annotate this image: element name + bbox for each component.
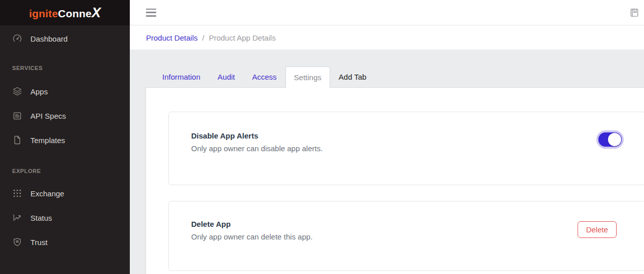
breadcrumb-link-product-details[interactable]: Product Details — [146, 33, 198, 42]
main-area: Product Details / Product App Details In… — [130, 0, 644, 274]
toggle-knob — [608, 133, 621, 146]
tab-add-tab[interactable]: Add Tab — [330, 66, 375, 87]
sidebar-item-label: Trust — [30, 238, 48, 247]
spec-document-icon — [12, 111, 22, 121]
layers-icon — [12, 86, 22, 96]
gauge-icon — [12, 33, 22, 44]
book-icon[interactable] — [628, 6, 641, 19]
tab-bar: Information Audit Access Settings Add Ta… — [154, 66, 375, 87]
tab-access[interactable]: Access — [243, 66, 285, 87]
sidebar-item-api-specs[interactable]: API Specs — [0, 104, 130, 128]
tab-audit[interactable]: Audit — [209, 66, 243, 87]
disable-app-alerts-card: Disable App Alerts Only app owner can di… — [168, 112, 644, 185]
sidebar-section-services: SERVICES — [0, 64, 130, 72]
breadcrumb: Product Details / Product App Details — [130, 25, 644, 50]
sidebar-item-status[interactable]: Status — [0, 206, 130, 230]
sidebar-item-label: Apps — [30, 87, 48, 96]
content-area: Information Audit Access Settings Add Ta… — [130, 51, 644, 274]
sidebar-section-explore: EXPLORE — [0, 167, 130, 175]
card-title: Disable App Alerts — [191, 131, 644, 140]
sidebar-nav: Dashboard SERVICES Apps API Specs — [0, 25, 130, 254]
sidebar-item-dashboard[interactable]: Dashboard — [0, 26, 130, 51]
disable-app-alerts-toggle[interactable] — [598, 132, 622, 147]
brand-logo-accent: ignite — [29, 8, 58, 19]
sidebar-item-trust[interactable]: Trust — [0, 230, 130, 254]
settings-panel: Disable App Alerts Only app owner can di… — [146, 87, 644, 274]
sidebar: igniteConneX Dashboard SERVICES Apps — [0, 0, 130, 274]
card-description: Only app owner can disable app alerts. — [191, 144, 644, 153]
grid-dots-icon — [12, 188, 22, 198]
sidebar-item-label: API Specs — [30, 112, 66, 120]
hamburger-icon[interactable] — [146, 8, 157, 18]
brand-logo: igniteConneX — [29, 5, 101, 21]
delete-app-card: Delete App Only app owner can delete thi… — [168, 201, 644, 271]
sidebar-header: igniteConneX — [0, 0, 130, 25]
shield-icon — [12, 237, 22, 247]
brand-logo-x: X — [92, 5, 101, 20]
breadcrumb-current-page: Product App Details — [209, 33, 276, 42]
sidebar-item-apps[interactable]: Apps — [0, 79, 130, 104]
sidebar-item-label: Exchange — [30, 189, 64, 198]
brand-logo-rest: Conne — [58, 8, 91, 19]
delete-button[interactable]: Delete — [578, 221, 617, 238]
sidebar-item-label: Status — [30, 214, 52, 222]
tab-information[interactable]: Information — [154, 66, 209, 87]
card-description: Only app owner can delete this app. — [191, 232, 644, 241]
file-icon — [12, 135, 22, 145]
card-title: Delete App — [191, 220, 644, 228]
sidebar-item-label: Templates — [30, 136, 65, 145]
sidebar-item-templates[interactable]: Templates — [0, 128, 130, 152]
sidebar-item-exchange[interactable]: Exchange — [0, 181, 130, 206]
sidebar-item-label: Dashboard — [30, 35, 67, 43]
breadcrumb-separator: / — [202, 33, 204, 42]
app-window: igniteConneX Dashboard SERVICES Apps — [0, 0, 644, 274]
tab-settings[interactable]: Settings — [285, 66, 330, 88]
line-chart-icon — [12, 213, 22, 223]
topbar — [130, 0, 644, 25]
